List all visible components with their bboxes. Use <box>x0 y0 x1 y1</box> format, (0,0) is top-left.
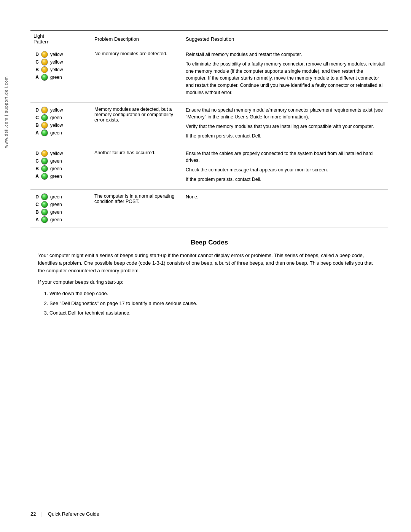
color-text: green <box>50 130 62 136</box>
color-text: green <box>50 209 62 215</box>
light-label: B <box>33 209 39 215</box>
light-label: B <box>33 166 39 171</box>
beep-para-1: Your computer might emit a series of bee… <box>38 252 381 275</box>
color-text: yellow <box>50 59 63 65</box>
beep-codes-section: Beep Codes Your computer might emit a se… <box>30 239 388 317</box>
side-watermark: www.dell.com | support.dell.com <box>4 76 8 148</box>
light-pattern-cell: DgreenCgreenBgreenAgreen <box>30 189 91 227</box>
light-row: Cyellow <box>33 59 88 66</box>
light-row: Byellow <box>33 122 88 129</box>
color-text: green <box>50 158 62 164</box>
problem-cell: No memory modules are detected. <box>91 47 183 103</box>
resolution-para: If the problem persists, contact Dell. <box>186 133 385 140</box>
beep-list-item: Contact Dell for technical assistance. <box>49 309 381 317</box>
light-label: D <box>33 52 39 57</box>
light-row: Dgreen <box>33 193 88 200</box>
light-circle-green <box>41 165 48 172</box>
beep-codes-title: Beep Codes <box>38 239 381 246</box>
light-label: A <box>33 130 39 136</box>
resolution-cell: Ensure that the cables are properly conn… <box>183 146 388 189</box>
color-text: yellow <box>50 67 63 72</box>
header-light: Light Pattern <box>30 31 91 47</box>
light-row: Byellow <box>33 66 88 73</box>
light-label: A <box>33 75 39 80</box>
problem-cell: The computer is in a normal operating co… <box>91 189 183 227</box>
color-text: yellow <box>50 151 63 156</box>
resolution-para: Verify that the memory modules that you … <box>186 123 385 130</box>
resolution-cell: None. <box>183 189 388 227</box>
light-label: A <box>33 217 39 222</box>
light-label: D <box>33 194 39 200</box>
light-circle-green <box>41 158 48 165</box>
light-circle-yellow <box>41 150 48 157</box>
color-text: green <box>50 202 62 207</box>
light-circle-green <box>41 129 48 136</box>
resolution-para: Ensure that no special memory module/mem… <box>186 107 385 121</box>
light-label: D <box>33 151 39 156</box>
light-circle-green <box>41 201 48 208</box>
color-text: green <box>50 174 62 179</box>
resolution-para: To eliminate the possibility of a faulty… <box>186 61 385 96</box>
resolution-para: If the problem persists, contact Dell. <box>186 176 385 183</box>
light-row: Dyellow <box>33 150 88 157</box>
problem-cell: Memory modules are detected, but a memor… <box>91 102 183 146</box>
table-row: DyellowCyellowByellowAgreenNo memory mod… <box>30 47 388 103</box>
footer-label: Quick Reference Guide <box>48 511 99 517</box>
color-text: green <box>50 194 62 200</box>
light-circle-yellow <box>41 59 48 66</box>
light-row: Agreen <box>33 173 88 180</box>
light-label: B <box>33 123 39 128</box>
light-label: C <box>33 115 39 120</box>
light-row: Cgreen <box>33 158 88 165</box>
light-circle-green <box>41 114 48 121</box>
light-pattern-cell: DyellowCgreenByellowAgreen <box>30 102 91 146</box>
light-circle-yellow <box>41 107 48 113</box>
table-row: DyellowCgreenBgreenAgreenAnother failure… <box>30 146 388 189</box>
color-text: green <box>50 115 62 120</box>
light-row: Cgreen <box>33 201 88 208</box>
light-circle-yellow <box>41 51 48 58</box>
light-circle-green <box>41 209 48 216</box>
header-problem: Problem Description <box>91 31 183 47</box>
resolution-para: Reinstall all memory modules and restart… <box>186 51 385 58</box>
table-row: DgreenCgreenBgreenAgreenThe computer is … <box>30 189 388 227</box>
footer-divider: | <box>41 511 42 517</box>
light-row: Agreen <box>33 216 88 223</box>
light-label: D <box>33 107 39 113</box>
light-circle-green <box>41 173 48 180</box>
page-number: 22 <box>30 511 36 517</box>
color-text: yellow <box>50 52 63 57</box>
resolution-para: Check the computer message that appears … <box>186 166 385 174</box>
page-footer: 22 | Quick Reference Guide <box>30 511 388 517</box>
page-container: www.dell.com | support.dell.com Light Pa… <box>0 0 411 532</box>
light-row: Dyellow <box>33 107 88 113</box>
problem-cell: Another failure has occurred. <box>91 146 183 189</box>
light-label: C <box>33 202 39 207</box>
light-label: C <box>33 158 39 164</box>
light-pattern-cell: DyellowCyellowByellowAgreen <box>30 47 91 103</box>
light-row: Bgreen <box>33 165 88 172</box>
light-row: Cgreen <box>33 114 88 121</box>
beep-list: Write down the beep code.See "Dell Diagn… <box>49 290 381 317</box>
beep-para-2: If your computer beeps during start-up: <box>38 278 381 286</box>
beep-list-item: Write down the beep code. <box>49 290 381 297</box>
color-text: green <box>50 75 62 80</box>
resolution-cell: Ensure that no special memory module/mem… <box>183 102 388 146</box>
header-resolution: Suggested Resolution <box>183 31 388 47</box>
light-circle-green <box>41 216 48 223</box>
light-label: B <box>33 67 39 72</box>
light-label: A <box>33 174 39 179</box>
beep-list-item: See "Dell Diagnostics" on page 17 to ide… <box>49 300 381 307</box>
light-row: Agreen <box>33 74 88 81</box>
light-label: C <box>33 59 39 65</box>
light-row: Bgreen <box>33 209 88 216</box>
diagnostics-table: Light Pattern Problem Description Sugges… <box>30 30 388 227</box>
color-text: yellow <box>50 123 63 128</box>
light-circle-yellow <box>41 122 48 129</box>
light-circle-green <box>41 193 48 200</box>
light-pattern-cell: DyellowCgreenBgreenAgreen <box>30 146 91 189</box>
color-text: green <box>50 166 62 171</box>
resolution-para: Ensure that the cables are properly conn… <box>186 150 385 165</box>
light-circle-yellow <box>41 66 48 73</box>
table-row: DyellowCgreenByellowAgreenMemory modules… <box>30 102 388 146</box>
